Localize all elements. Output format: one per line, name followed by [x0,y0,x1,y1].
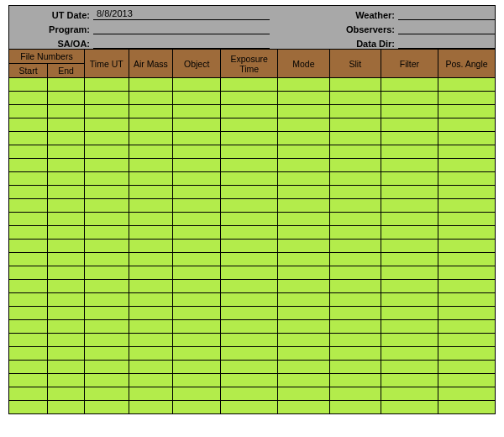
cell-start[interactable] [9,92,48,105]
cell-exposure_time[interactable] [221,132,278,145]
cell-start[interactable] [9,240,48,253]
cell-time_ut[interactable] [84,361,129,374]
cell-start[interactable] [9,253,48,266]
cell-time_ut[interactable] [84,199,129,213]
cell-mode[interactable] [278,118,329,132]
cell-air_mass[interactable] [129,347,173,361]
cell-filter[interactable] [381,226,438,240]
cell-time_ut[interactable] [84,159,129,172]
cell-slit[interactable] [329,78,381,92]
cell-start[interactable] [9,280,48,293]
cell-exposure_time[interactable] [221,347,278,361]
cell-object[interactable] [173,320,221,334]
cell-end[interactable] [48,78,85,92]
cell-start[interactable] [9,266,48,280]
cell-end[interactable] [48,132,85,145]
cell-mode[interactable] [278,240,329,253]
cell-exposure_time[interactable] [221,374,278,387]
cell-start[interactable] [9,186,48,199]
cell-slit[interactable] [329,199,381,213]
cell-filter[interactable] [381,172,438,186]
cell-mode[interactable] [278,186,329,199]
cell-object[interactable] [173,307,221,320]
cell-start[interactable] [9,199,48,213]
cell-object[interactable] [173,401,221,414]
cell-air_mass[interactable] [129,159,173,172]
cell-exposure_time[interactable] [221,186,278,199]
cell-exposure_time[interactable] [221,320,278,334]
cell-exposure_time[interactable] [221,280,278,293]
cell-slit[interactable] [329,186,381,199]
cell-pos_angle[interactable] [438,186,495,199]
cell-end[interactable] [48,374,85,387]
cell-time_ut[interactable] [84,172,129,186]
cell-filter[interactable] [381,307,438,320]
cell-filter[interactable] [381,266,438,280]
cell-pos_angle[interactable] [438,92,495,105]
cell-slit[interactable] [329,226,381,240]
cell-time_ut[interactable] [84,280,129,293]
cell-end[interactable] [48,387,85,401]
cell-exposure_time[interactable] [221,240,278,253]
cell-air_mass[interactable] [129,253,173,266]
cell-start[interactable] [9,387,48,401]
cell-start[interactable] [9,78,48,92]
cell-time_ut[interactable] [84,186,129,199]
cell-filter[interactable] [381,293,438,307]
cell-object[interactable] [173,361,221,374]
cell-start[interactable] [9,132,48,145]
cell-exposure_time[interactable] [221,253,278,266]
cell-air_mass[interactable] [129,213,173,226]
cell-start[interactable] [9,105,48,118]
cell-object[interactable] [173,374,221,387]
cell-filter[interactable] [381,374,438,387]
cell-filter[interactable] [381,253,438,266]
cell-slit[interactable] [329,253,381,266]
cell-end[interactable] [48,347,85,361]
cell-object[interactable] [173,105,221,118]
cell-object[interactable] [173,199,221,213]
cell-object[interactable] [173,213,221,226]
cell-air_mass[interactable] [129,240,173,253]
cell-slit[interactable] [329,387,381,401]
cell-slit[interactable] [329,213,381,226]
cell-end[interactable] [48,293,85,307]
cell-exposure_time[interactable] [221,293,278,307]
cell-filter[interactable] [381,199,438,213]
cell-end[interactable] [48,307,85,320]
cell-start[interactable] [9,118,48,132]
cell-start[interactable] [9,374,48,387]
cell-slit[interactable] [329,280,381,293]
cell-end[interactable] [48,401,85,414]
program-value[interactable] [93,22,270,34]
cell-slit[interactable] [329,320,381,334]
cell-object[interactable] [173,347,221,361]
cell-object[interactable] [173,293,221,307]
cell-exposure_time[interactable] [221,361,278,374]
cell-end[interactable] [48,320,85,334]
cell-time_ut[interactable] [84,387,129,401]
cell-slit[interactable] [329,374,381,387]
cell-start[interactable] [9,172,48,186]
cell-filter[interactable] [381,159,438,172]
cell-mode[interactable] [278,347,329,361]
cell-pos_angle[interactable] [438,78,495,92]
cell-object[interactable] [173,145,221,159]
cell-object[interactable] [173,253,221,266]
cell-exposure_time[interactable] [221,145,278,159]
cell-exposure_time[interactable] [221,387,278,401]
cell-start[interactable] [9,334,48,347]
cell-object[interactable] [173,172,221,186]
cell-start[interactable] [9,293,48,307]
cell-exposure_time[interactable] [221,334,278,347]
cell-slit[interactable] [329,92,381,105]
cell-slit[interactable] [329,240,381,253]
cell-slit[interactable] [329,132,381,145]
cell-mode[interactable] [278,280,329,293]
cell-pos_angle[interactable] [438,293,495,307]
cell-end[interactable] [48,226,85,240]
ut-date-value[interactable]: 8/8/2013 [93,8,270,20]
cell-filter[interactable] [381,401,438,414]
cell-object[interactable] [173,186,221,199]
cell-mode[interactable] [278,159,329,172]
